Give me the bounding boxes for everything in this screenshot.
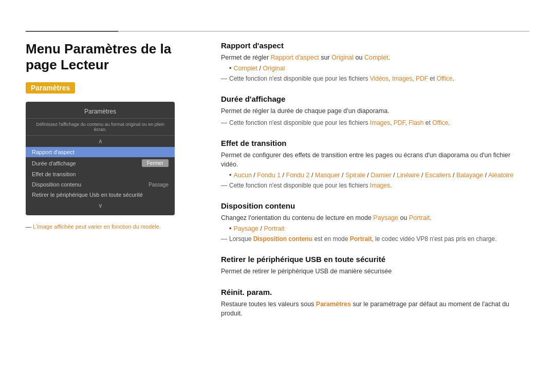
- image-note: — L'image affichée peut varier en foncti…: [26, 221, 200, 230]
- note-images2: Images: [370, 119, 390, 126]
- mock-menu-retirer: Retirer le périphérique Usb en toute séc…: [26, 190, 175, 200]
- section-disposition: Disposition contenu Changez l'orientatio…: [221, 201, 529, 244]
- section-retirer: Retirer le périphérique USB en toute séc…: [221, 255, 529, 276]
- mock-menu-rapport: Rapport d'aspect: [26, 147, 175, 157]
- section-transition-title: Effet de transition: [221, 139, 529, 147]
- reinit-parametres-highlight: Paramètres: [316, 301, 351, 308]
- transition-bullet-text: Aucun / Fondu 1 / Fondu 2 / Masquer / Sp…: [233, 172, 513, 179]
- paysage-highlight: Paysage: [373, 214, 398, 221]
- top-divider: [26, 31, 529, 32]
- mock-chevron-up-icon: ∧: [26, 136, 175, 147]
- rapport-highlight: Rapport d'aspect: [271, 54, 319, 61]
- section-duree-desc: Permet de régler la durée de chaque page…: [221, 106, 529, 116]
- mock-menu-rapport-label: Rapport d'aspect: [32, 149, 75, 155]
- disposition-note: Lorsque Disposition contenu est en mode …: [221, 234, 529, 244]
- note-disposition-highlight: Disposition contenu: [253, 235, 312, 242]
- portrait-highlight: Portrait: [409, 214, 430, 221]
- mock-chevron-down-icon: ∨: [26, 200, 175, 211]
- section-disposition-title: Disposition contenu: [221, 201, 529, 210]
- section-transition-desc: Permet de configurer des effets de trans…: [221, 151, 529, 170]
- rapport-bullet: Complet / Original: [229, 65, 529, 72]
- mock-fermer-button: Fermer: [142, 159, 169, 167]
- note-images: Images: [392, 75, 412, 82]
- rapport-bullet-text: Complet / Original: [233, 65, 285, 72]
- note-images3: Images: [370, 182, 390, 189]
- note-pdf2: PDF: [394, 119, 405, 126]
- note-flash: Flash: [409, 119, 423, 126]
- left-column: Menu Paramètres de la page Lecteur Param…: [26, 41, 200, 330]
- mock-menu-effet-label: Effet de transition: [32, 171, 76, 177]
- section-duree-title: Durée d'affichage: [221, 95, 529, 103]
- section-retirer-desc: Permet de retirer le périphérique USB de…: [221, 267, 529, 276]
- mock-menu-duree: Durée d'affichage Fermer: [26, 157, 175, 169]
- section-rapport-desc: Permet de régler Rapport d'aspect sur Or…: [221, 53, 529, 63]
- mock-screen: Paramètres Définissez l'affichage du con…: [26, 102, 175, 215]
- rapport-note: Cette fonction n'est disponible que pour…: [221, 74, 529, 83]
- section-reinit-title: Réinit. param.: [221, 288, 529, 296]
- right-column: Rapport d'aspect Permet de régler Rappor…: [221, 41, 529, 330]
- mock-menu-disposition-label: Disposition contenu: [32, 181, 81, 188]
- mock-menu-retirer-label: Retirer le périphérique Usb en toute séc…: [32, 192, 143, 198]
- note-portrait-highlight: Portrait: [350, 235, 372, 242]
- section-duree: Durée d'affichage Permet de régler la du…: [221, 95, 529, 127]
- section-reinit: Réinit. param. Restaure toutes les valeu…: [221, 288, 529, 319]
- transition-note: Cette fonction n'est disponible que pour…: [221, 181, 529, 190]
- transition-bullet: Aucun / Fondu 1 / Fondu 2 / Masquer / Sp…: [229, 172, 529, 179]
- duree-note: Cette fonction n'est disponible que pour…: [221, 118, 529, 127]
- note-office: Office: [437, 75, 453, 82]
- mock-menu-disposition: Disposition contenu Passage: [26, 179, 175, 190]
- original-highlight: Original: [331, 54, 354, 61]
- complet-highlight: Complet: [364, 54, 388, 61]
- badge-parametres: Paramètres: [26, 82, 75, 94]
- note-videos: Vidéos: [370, 75, 388, 82]
- mock-menu-duree-label: Durée d'affichage: [32, 160, 76, 166]
- note-office2: Office: [432, 119, 448, 126]
- disposition-bullet: Paysage / Portrait: [229, 225, 529, 232]
- note-pdf: PDF: [416, 75, 428, 82]
- disposition-bullet-text: Paysage / Portrait: [233, 225, 284, 232]
- section-reinit-desc: Restaure toutes les valeurs sous Paramèt…: [221, 300, 529, 319]
- section-transition: Effet de transition Permet de configurer…: [221, 139, 529, 191]
- section-retirer-title: Retirer le périphérique USB en toute séc…: [221, 255, 529, 264]
- mock-menu-disposition-value: Passage: [149, 182, 169, 188]
- mock-screen-title: Paramètres: [26, 106, 175, 119]
- mock-menu-effet: Effet de transition: [26, 169, 175, 179]
- mock-screen-subtitle: Définissez l'affichage du contenu au for…: [26, 119, 175, 136]
- section-disposition-desc: Changez l'orientation du contenu de lect…: [221, 213, 529, 223]
- page-title: Menu Paramètres de la page Lecteur: [26, 41, 200, 73]
- section-rapport-title: Rapport d'aspect: [221, 41, 529, 50]
- section-rapport: Rapport d'aspect Permet de régler Rappor…: [221, 41, 529, 83]
